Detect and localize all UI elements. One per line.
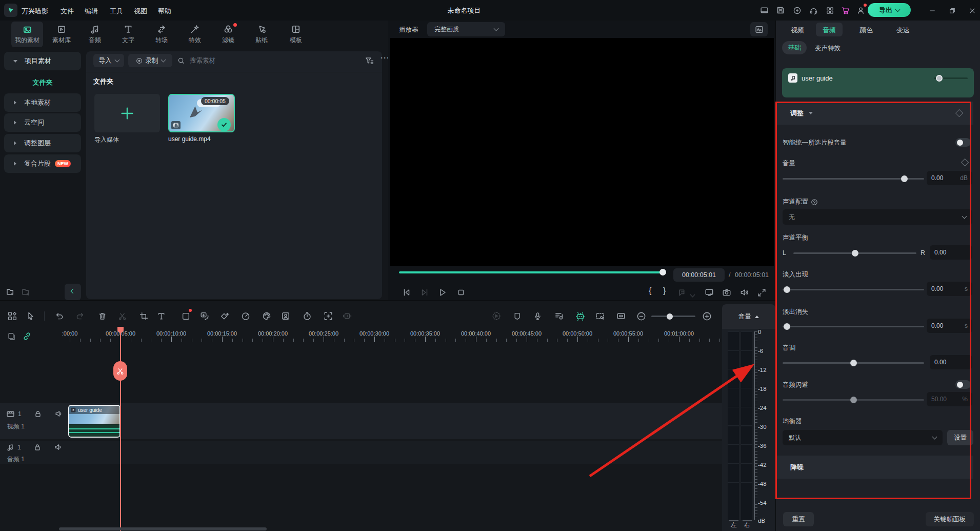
- motion-track-icon[interactable]: [322, 310, 334, 322]
- zoom-in-icon[interactable]: [701, 310, 713, 322]
- upload-cloud-icon[interactable]: [791, 4, 803, 16]
- tab-audio[interactable]: 音频: [815, 26, 844, 35]
- search-input[interactable]: 搜索素材: [177, 54, 301, 67]
- balance-value-box[interactable]: 0.00: [930, 245, 972, 260]
- filter-icon[interactable]: [363, 54, 375, 67]
- sidebar-item-local-media[interactable]: 本地素材: [4, 93, 81, 112]
- import-media-tile[interactable]: [94, 94, 160, 132]
- app-logo[interactable]: [4, 4, 17, 17]
- snapshot-camera-icon[interactable]: [721, 286, 733, 299]
- av-sync-icon[interactable]: [341, 310, 353, 322]
- timeline-zoom-slider[interactable]: [651, 316, 695, 317]
- menu-tools[interactable]: 工具: [110, 7, 123, 16]
- text-tool-icon[interactable]: [155, 310, 167, 322]
- quality-dropdown[interactable]: 完整画质: [427, 22, 505, 36]
- audio-mixer-icon[interactable]: [553, 310, 565, 322]
- menu-file[interactable]: 文件: [61, 7, 74, 16]
- ai-assistant-icon[interactable]: [574, 310, 586, 322]
- scopes-button[interactable]: [750, 22, 768, 36]
- keyframe-panel-button[interactable]: 关键帧面板: [926, 512, 974, 526]
- subtab-basic[interactable]: 基础: [782, 41, 807, 54]
- menu-edit[interactable]: 编辑: [85, 7, 98, 16]
- volume-slider[interactable]: [783, 178, 924, 180]
- support-headset-icon[interactable]: [807, 4, 819, 16]
- delete-icon[interactable]: [96, 310, 108, 322]
- select-tool-icon[interactable]: [25, 310, 37, 322]
- fade-in-slider[interactable]: [783, 289, 924, 290]
- next-frame-button[interactable]: [418, 286, 431, 299]
- equalizer-dropdown[interactable]: 默认: [783, 430, 943, 445]
- lock-icon[interactable]: [33, 443, 42, 451]
- player-progress-knob[interactable]: [659, 269, 666, 276]
- speed-icon[interactable]: [239, 310, 252, 322]
- channel-config-dropdown[interactable]: 无: [783, 209, 972, 225]
- mute-speaker-icon[interactable]: [54, 443, 63, 451]
- fade-in-knob[interactable]: [784, 286, 790, 293]
- tab-text[interactable]: 文字: [112, 24, 145, 45]
- ducking-slider[interactable]: [783, 399, 924, 401]
- stop-button[interactable]: [455, 286, 467, 299]
- timer-icon[interactable]: [301, 310, 313, 322]
- record-button[interactable]: 录制: [128, 54, 172, 67]
- previous-frame-button[interactable]: [401, 286, 413, 299]
- export-button[interactable]: 导出: [868, 3, 911, 17]
- tab-my-media[interactable]: 我的素材: [11, 24, 44, 45]
- reset-button[interactable]: 重置: [783, 512, 814, 526]
- tab-audio[interactable]: 音频: [78, 24, 111, 45]
- tab-transitions[interactable]: 转场: [145, 24, 178, 45]
- portrait-cutout-icon[interactable]: [279, 310, 292, 322]
- menu-help[interactable]: 帮助: [158, 7, 171, 16]
- sidebar-item-folder[interactable]: 文件夹: [0, 78, 85, 87]
- balance-slider[interactable]: [793, 252, 916, 254]
- maximize-button[interactable]: [946, 5, 958, 17]
- split-scissors-icon[interactable]: [116, 310, 128, 322]
- ruler-major-ticks[interactable]: [70, 337, 721, 342]
- help-icon[interactable]: [811, 199, 818, 206]
- save-icon[interactable]: [774, 4, 787, 16]
- delete-folder-icon[interactable]: [19, 285, 32, 298]
- undo-icon[interactable]: [53, 310, 66, 322]
- timeline-scrollbar[interactable]: [59, 527, 267, 530]
- menu-view[interactable]: 视图: [134, 7, 147, 16]
- tab-effects[interactable]: 特效: [178, 24, 211, 45]
- balance-knob[interactable]: [852, 250, 858, 257]
- marker-flag-icon[interactable]: [511, 310, 523, 322]
- play-button[interactable]: [436, 286, 449, 299]
- sidebar-item-compound-clip[interactable]: 复合片段 NEW: [4, 154, 81, 173]
- speech-to-text-icon[interactable]: [198, 310, 211, 322]
- keyframe-panel-icon[interactable]: [6, 310, 18, 322]
- video-viewport[interactable]: [390, 38, 774, 266]
- sidebar-item-adjustment-layer[interactable]: 调整图层: [4, 134, 81, 152]
- keyframe-diamond-icon[interactable]: [961, 159, 969, 167]
- selected-clip-row[interactable]: user guide: [782, 68, 974, 97]
- sidebar-item-cloud[interactable]: 云空间: [4, 113, 81, 132]
- ducking-value-box[interactable]: 50.00%: [927, 392, 972, 406]
- lock-icon[interactable]: [34, 410, 42, 418]
- apps-grid-icon[interactable]: [824, 4, 836, 16]
- volume-knob[interactable]: [901, 175, 908, 182]
- sidebar-item-project-media[interactable]: 项目素材: [4, 52, 81, 70]
- tab-color[interactable]: 颜色: [852, 26, 881, 35]
- timeline-clip[interactable]: user guide: [68, 405, 121, 438]
- voiceover-mic-icon[interactable]: [531, 310, 544, 322]
- tab-video[interactable]: 视频: [783, 26, 812, 35]
- preview-quality-icon[interactable]: [594, 310, 606, 322]
- volume-value-box[interactable]: 0.00dB: [927, 171, 972, 185]
- ducking-knob[interactable]: [850, 397, 857, 403]
- meter-toggle-button[interactable]: 音量: [722, 304, 775, 329]
- fade-out-value-box[interactable]: 0.00s: [927, 319, 972, 333]
- copy-board-icon[interactable]: [5, 330, 17, 342]
- tab-speed[interactable]: 变速: [889, 26, 917, 35]
- crop-icon[interactable]: [137, 310, 150, 322]
- playhead-line[interactable]: [120, 329, 121, 531]
- clip-volume-mini-knob[interactable]: [936, 75, 943, 82]
- marker-chevron-icon[interactable]: [691, 291, 694, 298]
- workspace-icon[interactable]: [758, 4, 770, 16]
- ducking-toggle[interactable]: [955, 380, 971, 389]
- pitch-knob[interactable]: [850, 360, 857, 366]
- smart-volume-toggle[interactable]: [955, 138, 971, 147]
- subtab-voice-effects[interactable]: 变声特效: [815, 44, 841, 53]
- fade-in-value-box[interactable]: 0.00s: [927, 282, 972, 296]
- mute-speaker-icon[interactable]: [54, 409, 63, 418]
- minimize-button[interactable]: [926, 5, 938, 17]
